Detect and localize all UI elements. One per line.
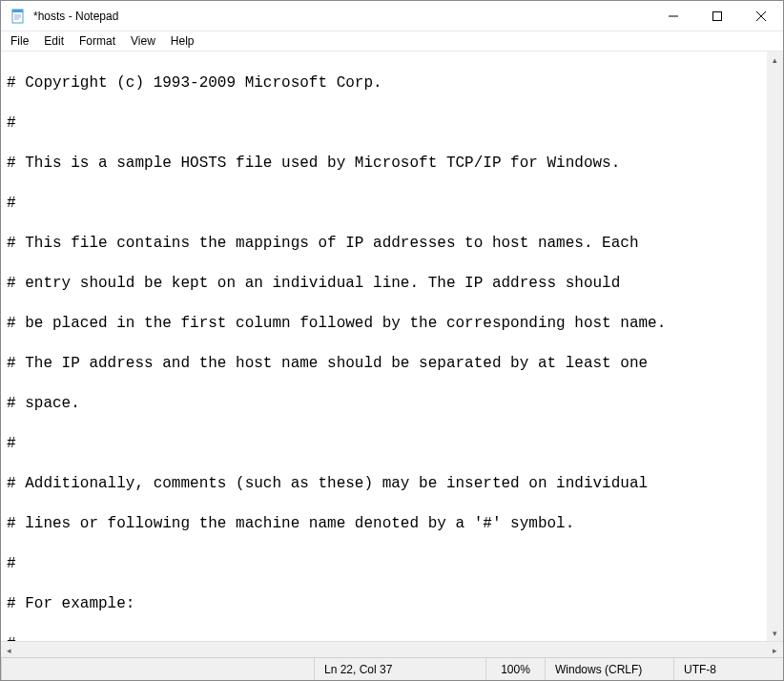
text-editor[interactable]: # Copyright (c) 1993-2009 Microsoft Corp… xyxy=(1,52,783,641)
menu-format[interactable]: Format xyxy=(72,32,123,50)
menu-edit[interactable]: Edit xyxy=(36,32,72,50)
text-line: # xyxy=(7,634,779,641)
vertical-scrollbar[interactable]: ▴ ▾ xyxy=(767,52,783,641)
text-line: # lines or following the machine name de… xyxy=(7,514,779,534)
text-line: # xyxy=(7,194,779,214)
menu-file[interactable]: File xyxy=(3,32,36,50)
text-line: # xyxy=(7,434,779,454)
notepad-icon xyxy=(10,9,26,24)
text-line: # This is a sample HOSTS file used by Mi… xyxy=(7,154,779,174)
text-line: # For example: xyxy=(7,594,779,614)
text-line: # space. xyxy=(7,394,779,414)
scroll-left-button[interactable]: ◂ xyxy=(1,642,17,658)
menubar: File Edit Format View Help xyxy=(1,31,783,52)
scroll-up-button[interactable]: ▴ xyxy=(767,52,783,68)
text-line: # xyxy=(7,114,779,134)
minimize-button[interactable] xyxy=(651,1,695,31)
statusbar: Ln 22, Col 37 100% Windows (CRLF) UTF-8 xyxy=(1,657,783,680)
horizontal-scrollbar[interactable]: ◂ ▸ xyxy=(1,641,783,657)
text-line: # Copyright (c) 1993-2009 Microsoft Corp… xyxy=(7,73,779,93)
window-title: *hosts - Notepad xyxy=(33,10,651,23)
status-line-ending: Windows (CRLF) xyxy=(545,658,673,680)
text-line: # The IP address and the host name shoul… xyxy=(7,354,779,374)
text-line: # Additionally, comments (such as these)… xyxy=(7,474,779,494)
file-content[interactable]: # Copyright (c) 1993-2009 Microsoft Corp… xyxy=(7,53,779,641)
status-zoom: 100% xyxy=(485,658,545,680)
maximize-button[interactable] xyxy=(695,1,739,31)
status-spacer xyxy=(1,658,314,680)
svg-rect-1 xyxy=(12,10,23,12)
text-line: # This file contains the mappings of IP … xyxy=(7,234,779,254)
close-button[interactable] xyxy=(739,1,783,31)
scrollbar-track[interactable] xyxy=(767,68,783,625)
status-encoding: UTF-8 xyxy=(673,658,783,680)
scroll-right-button[interactable]: ▸ xyxy=(767,642,783,658)
scrollbar-track[interactable] xyxy=(17,642,767,657)
text-line: # xyxy=(7,554,779,574)
menu-help[interactable]: Help xyxy=(163,32,202,50)
scroll-down-button[interactable]: ▾ xyxy=(767,625,783,641)
text-line: # be placed in the first column followed… xyxy=(7,314,779,334)
status-cursor-position: Ln 22, Col 37 xyxy=(314,658,485,680)
titlebar: *hosts - Notepad xyxy=(1,1,783,31)
text-line: # entry should be kept on an individual … xyxy=(7,274,779,294)
menu-view[interactable]: View xyxy=(123,32,163,50)
svg-rect-6 xyxy=(713,11,722,20)
